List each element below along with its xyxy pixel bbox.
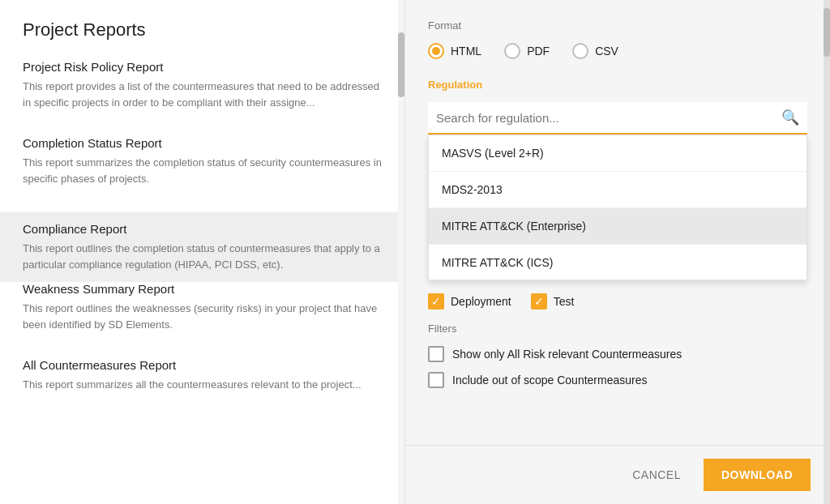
radio-outer-html: [428, 43, 444, 59]
regulation-dropdown[interactable]: MASVS (Level 2+R)MDS2-2013MITRE ATT&CK (…: [428, 135, 807, 280]
report-item-completion-status[interactable]: Completion Status Report This report sum…: [23, 136, 382, 193]
filters-container: Show only All Risk relevant Countermeasu…: [428, 346, 807, 388]
footer-buttons: CANCEL DOWNLOAD: [405, 445, 830, 504]
checkbox-box-test: ✓: [531, 293, 547, 310]
right-panel: Format HTML PDF CSV Regulation 🔍 MASVS: [405, 0, 830, 504]
radio-inner-html: [432, 47, 440, 55]
reports-list: Project Reports Project Risk Policy Repo…: [0, 0, 404, 504]
search-container: 🔍: [428, 102, 807, 135]
dropdown-item-mds2[interactable]: MDS2-2013: [429, 172, 806, 208]
filters-label: Filters: [428, 322, 807, 335]
regulation-label: Regulation: [428, 79, 807, 91]
report-item-risk-policy[interactable]: Project Risk Policy Report This report p…: [23, 60, 382, 117]
reports-container: Project Risk Policy Report This report p…: [23, 60, 382, 399]
report-item-compliance[interactable]: Compliance Report This report outlines t…: [0, 212, 404, 282]
dropdown-item-mitre-ics[interactable]: MITRE ATT&CK (ICS): [429, 245, 806, 280]
filter-label-all-risk: Show only All Risk relevant Countermeasu…: [452, 348, 682, 361]
report-item-all-countermeasures[interactable]: All Countermeasures Report This report s…: [23, 358, 382, 399]
cancel-button[interactable]: CANCEL: [616, 460, 697, 489]
checkmark-icon: ✓: [534, 296, 544, 307]
report-title: Project Risk Policy Report: [23, 60, 382, 74]
filter-checkbox-all-risk: [428, 346, 444, 362]
format-option-html[interactable]: HTML: [428, 43, 481, 59]
report-title: Completion Status Report: [23, 136, 382, 150]
report-title: All Countermeasures Report: [23, 358, 382, 372]
filter-label-out-of-scope: Include out of scope Countermeasures: [452, 374, 647, 387]
radio-label-csv: CSV: [595, 45, 618, 58]
report-description: This report summarizes all the counterme…: [23, 377, 382, 393]
report-item-weakness-summary[interactable]: Weakness Summary Report This report outl…: [23, 282, 382, 339]
checkmark-icon: ✓: [431, 296, 441, 307]
report-description: This report outlines the completion stat…: [23, 241, 382, 272]
left-scrollbar[interactable]: [398, 0, 404, 504]
format-row: HTML PDF CSV: [428, 43, 807, 59]
left-scroll-thumb: [398, 32, 404, 97]
report-description: This report summarizes the completion st…: [23, 155, 382, 186]
format-option-pdf[interactable]: PDF: [504, 43, 550, 59]
radio-label-html: HTML: [451, 45, 481, 58]
right-scrollbar[interactable]: [824, 0, 830, 504]
checkbox-box-deployment: ✓: [428, 293, 444, 310]
filter-checkbox-out-of-scope: [428, 372, 444, 388]
report-title: Compliance Report: [23, 222, 382, 236]
filter-out-of-scope[interactable]: Include out of scope Countermeasures: [428, 372, 807, 388]
checkbox-deployment[interactable]: ✓ Deployment: [428, 293, 511, 310]
checkbox-label-deployment: Deployment: [451, 295, 511, 308]
checkbox-label-test: Test: [554, 295, 575, 308]
report-description: This report provides a list of the count…: [23, 79, 382, 110]
checkbox-test[interactable]: ✓ Test: [531, 293, 575, 310]
report-title: Weakness Summary Report: [23, 282, 382, 296]
right-panel-content: Format HTML PDF CSV Regulation 🔍 MASVS: [405, 0, 830, 445]
search-icon: 🔍: [781, 109, 799, 126]
dropdown-item-mitre-enterprise[interactable]: MITRE ATT&CK (Enterprise): [429, 208, 806, 245]
radio-label-pdf: PDF: [527, 45, 550, 58]
right-scroll-thumb: [824, 8, 830, 57]
regulation-search-input[interactable]: [436, 111, 781, 125]
dropdown-item-masvs[interactable]: MASVS (Level 2+R): [429, 135, 806, 172]
download-button[interactable]: DOWNLOAD: [704, 459, 811, 491]
radio-outer-pdf: [504, 43, 520, 59]
filters-section: Filters Show only All Risk relevant Coun…: [428, 322, 807, 388]
regulation-section: Regulation 🔍 MASVS (Level 2+R)MDS2-2013M…: [428, 79, 807, 280]
left-panel: Project Reports Project Risk Policy Repo…: [0, 0, 405, 504]
radio-outer-csv: [572, 43, 588, 59]
checkboxes-row: ✓ Deployment ✓ Test: [428, 293, 807, 310]
report-description: This report outlines the weaknesses (sec…: [23, 301, 382, 332]
filter-all-risk[interactable]: Show only All Risk relevant Countermeasu…: [428, 346, 807, 362]
page-title: Project Reports: [23, 19, 382, 41]
format-option-csv[interactable]: CSV: [572, 43, 618, 59]
format-label: Format: [428, 19, 807, 32]
